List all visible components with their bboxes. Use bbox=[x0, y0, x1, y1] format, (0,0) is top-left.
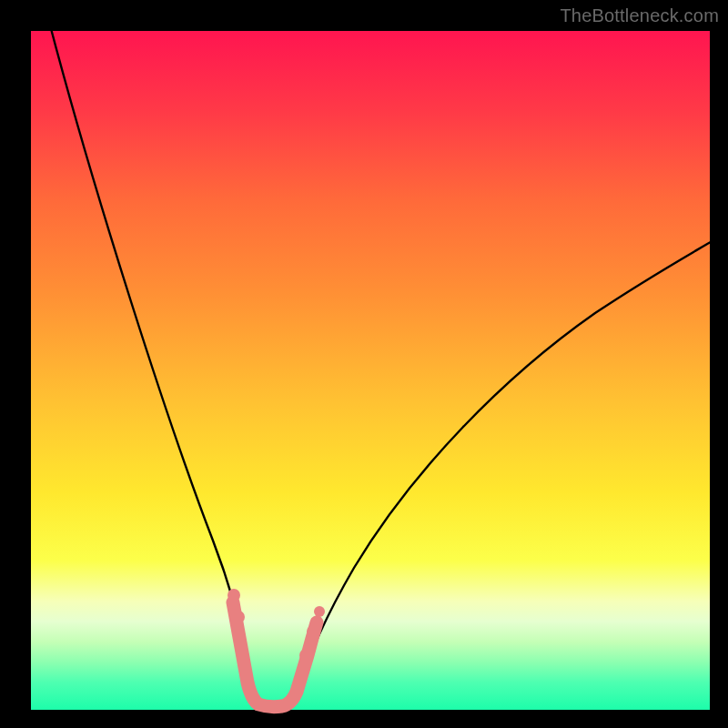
marker-dot bbox=[299, 649, 312, 662]
marker-dot bbox=[228, 589, 240, 602]
chart-svg bbox=[31, 31, 710, 710]
right-branch-curve bbox=[295, 240, 713, 700]
chart-frame: TheBottleneck.com bbox=[0, 0, 728, 728]
marker-dot bbox=[314, 606, 325, 617]
left-branch-curve bbox=[49, 22, 257, 700]
marker-dot bbox=[307, 625, 319, 638]
watermark-text: TheBottleneck.com bbox=[560, 5, 719, 26]
marker-dot bbox=[232, 611, 245, 623]
